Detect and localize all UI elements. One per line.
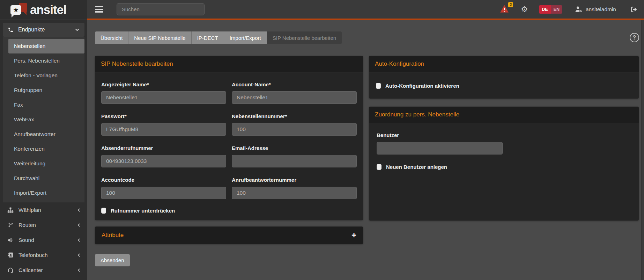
sidebar-item-nebenstellen[interactable]: Nebenstellen xyxy=(8,39,84,53)
accountcode-input[interactable] xyxy=(101,187,226,199)
field-angezeigter-name: Angezeigter Name* xyxy=(101,81,226,104)
sidebar-item-sound[interactable]: Sound xyxy=(3,232,84,247)
user-menu[interactable]: ansiteladmin xyxy=(575,6,616,13)
content-area: ? Übersicht Neue SIP Nebenstelle IP-DECT… xyxy=(87,21,644,280)
sidebar-item-callcenter[interactable]: Callcenter xyxy=(3,263,84,278)
sidebar-item-anrufbeantworter[interactable]: Anrufbeantworter xyxy=(8,127,84,142)
sidebar-item-pers-nebenstellen[interactable]: Pers. Nebenstellen xyxy=(8,53,84,68)
sidebar-item-import-export[interactable]: Import/Export xyxy=(8,186,84,200)
sidebar-item-weiterleitung[interactable]: Weiterleitung xyxy=(8,156,84,171)
sidebar-item-telefonbuch[interactable]: Telefonbuch xyxy=(3,247,84,263)
tab-neue-sip-nebenstelle[interactable]: Neue SIP Nebenstelle xyxy=(128,31,191,44)
panel-title: Auto-Konfiguration xyxy=(375,60,424,67)
help-glyph: ? xyxy=(633,35,636,41)
sidebar-submenu: Nebenstellen Pers. Nebenstellen Telefon … xyxy=(3,37,84,202)
sidebar-item-label: Telefon - Vorlagen xyxy=(14,72,58,79)
sidebar-section-label: Endpunkte xyxy=(18,27,45,33)
lang-en-button[interactable]: EN xyxy=(551,5,562,14)
sidebar-item-label: Telefonbuch xyxy=(18,252,48,258)
neuen-benutzer-checkbox[interactable] xyxy=(377,164,382,170)
tab-ip-dect[interactable]: IP-DECT xyxy=(192,31,224,44)
auto-config-panel: Auto-Konfiguration Auto-Konfiguration ak… xyxy=(369,56,639,99)
anrufbeantworternummer-input[interactable] xyxy=(232,187,357,199)
field-label: Email-Adresse xyxy=(232,145,357,151)
lang-de-button[interactable]: DE xyxy=(539,5,550,14)
sidebar-item-label: Konferenzen xyxy=(14,146,45,152)
account-name-input[interactable] xyxy=(232,91,357,104)
sidebar-item-label: Sound xyxy=(18,237,34,243)
tab-import-export[interactable]: Import/Export xyxy=(224,31,267,44)
panel-body: Benutzer Neuen Benutzer anlegen xyxy=(369,123,639,221)
passwort-input[interactable] xyxy=(101,123,226,136)
warning-triangle-icon xyxy=(500,5,509,13)
plus-icon[interactable]: + xyxy=(351,231,356,239)
field-label: Passwort* xyxy=(101,113,226,119)
tab-uebersicht[interactable]: Übersicht xyxy=(95,31,128,44)
logo[interactable]: ★ ansitel xyxy=(0,0,87,20)
sidebar-item-webfax[interactable]: WebFax xyxy=(8,112,84,127)
sidebar-menu: Endpunkte Nebenstellen Pers. Nebenstelle… xyxy=(0,20,87,280)
user-gear-icon xyxy=(575,6,583,13)
sidebar-item-rufgruppen[interactable]: Rufgruppen xyxy=(8,83,84,98)
scrollbar[interactable] xyxy=(641,20,644,280)
sidebar-item-label: WebFax xyxy=(14,116,34,123)
panel-body: Auto-Konfiguration aktivieren xyxy=(369,72,639,99)
assignment-panel: Zuordnung zu pers. Nebenstelle Benutzer … xyxy=(369,107,639,221)
username: ansiteladmin xyxy=(586,6,616,13)
tab-label: Übersicht xyxy=(101,35,123,41)
warning-notifications-button[interactable]: 2 xyxy=(500,5,509,14)
attribute-panel: Attribute + xyxy=(95,227,363,244)
sidebar-item-konferenzen[interactable]: Konferenzen xyxy=(8,142,84,156)
field-label: Account-Name* xyxy=(232,81,357,87)
absenderrufnummer-input[interactable] xyxy=(101,155,226,167)
help-icon[interactable]: ? xyxy=(630,33,639,42)
field-benutzer: Benutzer xyxy=(377,132,631,155)
sidebar-item-durchwahl[interactable]: Durchwahl xyxy=(8,171,84,186)
tab-label: Neue SIP Nebenstelle xyxy=(134,35,185,41)
email-adresse-input[interactable] xyxy=(232,155,357,167)
panel-title: Zuordnung zu pers. Nebenstelle xyxy=(375,111,459,118)
language-toggle: DE EN xyxy=(539,5,562,14)
sidebar-item-label: Rufgruppen xyxy=(14,87,42,93)
sidebar-item-fax[interactable]: Fax xyxy=(8,98,84,112)
tab-sip-nebenstelle-bearbeiten: SIP Nebenstelle bearbeiten xyxy=(267,31,342,44)
sidebar-item-routen[interactable]: Routen xyxy=(3,217,84,232)
nebenstellennummer-input[interactable] xyxy=(232,123,357,136)
field-label: Accountcode xyxy=(101,177,226,183)
hamburger-menu-icon[interactable] xyxy=(95,6,103,13)
checkbox-label: Auto-Konfiguration aktivieren xyxy=(385,83,459,89)
panel-header: SIP Nebenstelle bearbeiten xyxy=(95,56,363,72)
field-label: Angezeigter Name* xyxy=(101,81,226,87)
sidebar-section-endpunkte[interactable]: Endpunkte xyxy=(3,23,84,37)
sidebar-item-waehlplan[interactable]: Wählplan xyxy=(3,202,84,217)
sip-edit-panel: SIP Nebenstelle bearbeiten Angezeigter N… xyxy=(95,56,363,220)
chevron-left-icon xyxy=(77,253,81,257)
auto-config-checkbox[interactable] xyxy=(376,83,381,89)
notification-badge: 2 xyxy=(508,2,513,7)
angezeigter-name-input[interactable] xyxy=(101,91,226,104)
logo-bubble-star: ★ xyxy=(10,5,21,15)
panel-title: SIP Nebenstelle bearbeiten xyxy=(101,60,173,67)
logout-icon[interactable] xyxy=(630,6,638,13)
submit-button[interactable]: Absenden xyxy=(95,254,130,266)
gear-icon[interactable]: ⚙ xyxy=(521,6,528,13)
sidebar-item-label: Pers. Nebenstellen xyxy=(14,58,60,64)
topbar-right: 2 ⚙ DE EN ansiteladmin xyxy=(500,5,638,14)
phone-icon xyxy=(8,27,14,33)
field-anrufbeantworternummer: Anrufbeantworternummer xyxy=(232,177,357,199)
sidebar-item-label: Routen xyxy=(18,222,36,228)
sidebar-item-label: Callcenter xyxy=(18,267,43,273)
topbar: 2 ⚙ DE EN ansiteladmin xyxy=(87,0,644,20)
tabbar: Übersicht Neue SIP Nebenstelle IP-DECT I… xyxy=(95,31,342,44)
attribute-title: Attribute xyxy=(102,232,124,239)
field-label: Anrufbeantworternummer xyxy=(232,177,357,183)
logo-text: ansitel xyxy=(30,3,66,17)
sidebar-item-label: Durchwahl xyxy=(14,175,39,181)
checkbox-label: Neuen Benutzer anlegen xyxy=(386,164,447,170)
rufnummer-unterdruecken-checkbox[interactable] xyxy=(101,208,106,214)
search-input[interactable] xyxy=(117,3,205,15)
sidebar-item-telefon-vorlagen[interactable]: Telefon - Vorlagen xyxy=(8,68,84,83)
chevron-left-icon xyxy=(77,208,81,212)
sidebar-item-label: Fax xyxy=(14,102,23,108)
benutzer-input[interactable] xyxy=(377,142,503,155)
